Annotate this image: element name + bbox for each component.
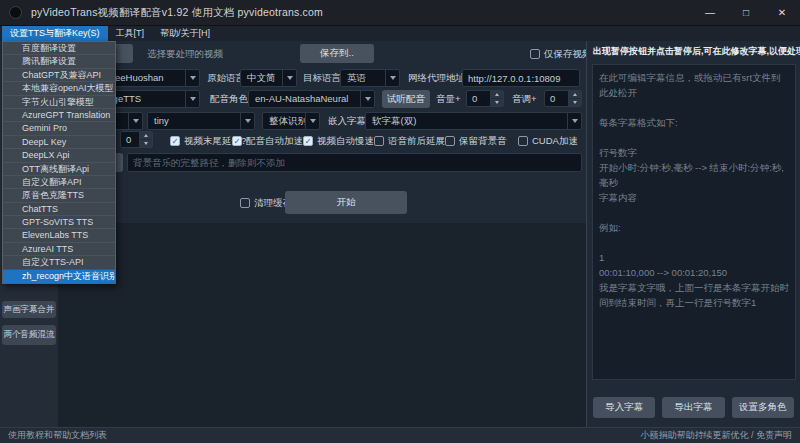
merge-audio-subtitle-button[interactable]: 声画字幕合并 [2,301,56,318]
subtitle-type-select[interactable]: 软字幕(双) [365,112,582,130]
pitch-value: 0 [545,91,568,106]
arrow-up-icon[interactable] [491,91,503,99]
target-lang-label: 目标语言 [303,69,341,87]
menu-item-deeplx-api[interactable]: DeepLX Api [3,149,115,162]
menubar-item-help-about[interactable]: 帮助/关于[H] [152,26,218,41]
donate-disclaimer-link[interactable]: 小额捐助帮助持续更新优化 / 免责声明 [640,429,792,442]
menu-item-zh-recogn-asr[interactable]: zh_recogn中文语音识别 [3,270,115,283]
video-tail-extend-checkbox[interactable] [170,136,180,146]
import-subtitle-button[interactable]: 导入字幕 [593,397,655,418]
chevron-down-icon [185,70,199,86]
status-bar: 使用教程和帮助文档列表 小额捐助帮助持续更新优化 / 免责声明 [0,427,800,443]
subtitle-panel-header: 出现暂停按钮并点击暂停后,可在此修改字幕,以便处理更准确 [587,41,800,57]
target-lang-select[interactable]: 英语 [340,69,400,87]
menu-item-chatgpt-api[interactable]: ChatGPT及兼容API [3,69,115,82]
clear-cache-checkbox[interactable] [240,198,250,208]
close-button[interactable]: ✕ [764,0,800,25]
stepper-arrows[interactable] [568,91,581,106]
arrow-down-icon[interactable] [140,140,152,147]
menu-item-baidu-translate-settings[interactable]: 百度翻译设置 [3,42,115,55]
dub-auto-speedup-row: 配音自动加速 [232,134,303,148]
mix-two-audio-button[interactable]: 两个音频混流 [2,325,56,345]
listen-voice-button[interactable]: 试听配音 [382,90,430,108]
arrow-up-icon[interactable] [140,132,152,140]
subtitle-panel: 出现暂停按钮并点击暂停后,可在此修改字幕,以便处理更准确 在此可编辑字幕信息，或… [586,41,800,427]
source-lang-value: 中文简 [241,70,282,86]
menu-item-voice-clone-tts[interactable]: 原音色克隆TTS [3,189,115,202]
menu-item-deepl-key[interactable]: DeepL Key [3,136,115,149]
video-auto-slowdown-checkbox[interactable] [303,136,313,146]
embed-subtitle-label: 嵌入字幕 [328,112,366,130]
title-bar: pyVideoTrans视频翻译配音v1.92 使用文档 pyvideotran… [0,0,800,26]
set-multi-role-button[interactable]: 设置多角色 [732,397,794,418]
menu-item-custom-translate-api[interactable]: 自定义翻译API [3,176,115,189]
chevron-down-icon [240,113,254,129]
recognition-mode-select[interactable]: 整体识别 [262,112,320,130]
stepper-arrows[interactable] [139,132,152,147]
menu-item-chattts[interactable]: ChatTTS [3,203,115,216]
video-auto-slowdown-label: 视频自动慢速 [317,135,374,148]
voice-extend-checkbox[interactable] [374,136,384,146]
save-to-button[interactable]: 保存到.. [300,44,374,63]
source-lang-select[interactable]: 中文简 [240,69,297,87]
arrow-up-icon[interactable] [569,91,581,99]
menubar-item-tools[interactable]: 工具[T] [108,26,153,41]
chevron-down-icon [567,113,581,129]
keep-background-audio-label: 保留背景音 [459,135,507,148]
video-hint-label: 选择要处理的视频 [147,45,223,63]
menu-item-gemini-pro[interactable]: Gemini Pro [3,122,115,135]
export-subtitle-button[interactable]: 导出字幕 [662,397,724,418]
menu-item-bytedance-huoshan-model[interactable]: 字节火山引擎模型 [3,96,115,109]
minimize-button[interactable]: — [692,0,728,25]
chevron-down-icon [305,113,319,129]
chevron-down-icon [385,70,399,86]
menu-item-azureai-tts[interactable]: AzureAI TTS [3,243,115,256]
tts-key-settings-menu: 百度翻译设置 腾讯翻译设置 ChatGPT及兼容API 本地兼容openAI大模… [2,41,116,284]
maximize-button[interactable]: □ [728,0,764,25]
voice-extend-row: 语音前后延展 [374,134,445,148]
tail-extend-value: 0 [121,132,139,147]
volume-stepper[interactable]: 0 [466,90,504,107]
menu-item-azuregpt-translation[interactable]: AzureGPT Translation [3,109,115,122]
menu-item-custom-tts-api[interactable]: 自定义TTS-API [3,256,115,269]
arrow-down-icon[interactable] [491,99,503,106]
model-value: tiny [148,113,240,129]
recognition-mode-value: 整体识别 [263,113,305,129]
voice-extend-label: 语音前后延展 [388,135,445,148]
help-docs-link[interactable]: 使用教程和帮助文档列表 [8,429,107,442]
volume-value: 0 [467,91,490,106]
subtitle-type-value: 软字幕(双) [366,113,567,129]
pitch-stepper[interactable]: 0 [544,90,582,107]
video-auto-slowdown-row: 视频自动慢速 [303,134,374,148]
dub-auto-speedup-label: 配音自动加速 [246,135,303,148]
only-save-video-label: 仅保存视频 [544,48,592,61]
chevron-down-icon [360,91,374,107]
start-button[interactable]: 开始 [285,191,407,214]
dub-auto-speedup-checkbox[interactable] [232,136,242,146]
window-title: pyVideoTrans视频翻译配音v1.92 使用文档 pyvideotran… [31,6,323,20]
tail-extend-stepper[interactable]: 0 [120,131,153,148]
model-select[interactable]: tiny [147,112,255,130]
only-save-video-checkbox[interactable] [530,49,540,59]
menu-item-tencent-translate-settings[interactable]: 腾讯翻译设置 [3,55,115,68]
menubar-item-tts-key-settings[interactable]: 设置TTS与翻译Key(S) [2,26,108,41]
voice-role-label: 配音角色 [210,90,248,108]
voice-role-select[interactable]: en-AU-NatashaNeural [248,90,375,108]
cuda-accel-checkbox[interactable] [518,136,528,146]
stepper-arrows[interactable] [490,91,503,106]
subtitle-editor[interactable]: 在此可编辑字幕信息，或拖动已有srt文件到此处松开 每条字幕格式如下: 行号数字… [592,64,796,380]
menu-item-ott-offline-translate-api[interactable]: OTT离线翻译Api [3,163,115,176]
voice-role-value: en-AU-NatashaNeural [249,91,360,107]
proxy-input[interactable] [462,69,580,87]
menu-item-elevenlabs-tts[interactable]: ElevenLabs TTS [3,229,115,242]
app-logo-icon [9,6,22,19]
cuda-accel-row: CUDA加速 [518,134,578,148]
menu-bar: 设置TTS与翻译Key(S) 工具[T] 帮助/关于[H] [0,26,800,41]
target-lang-value: 英语 [341,70,385,86]
arrow-down-icon[interactable] [569,99,581,106]
background-music-input[interactable] [127,153,582,172]
chevron-down-icon [282,70,296,86]
menu-item-gpt-sovits-tts[interactable]: GPT-SoVITS TTS [3,216,115,229]
menu-item-local-openai-llm[interactable]: 本地兼容openAI大模型 [3,82,115,95]
keep-background-audio-checkbox[interactable] [445,136,455,146]
